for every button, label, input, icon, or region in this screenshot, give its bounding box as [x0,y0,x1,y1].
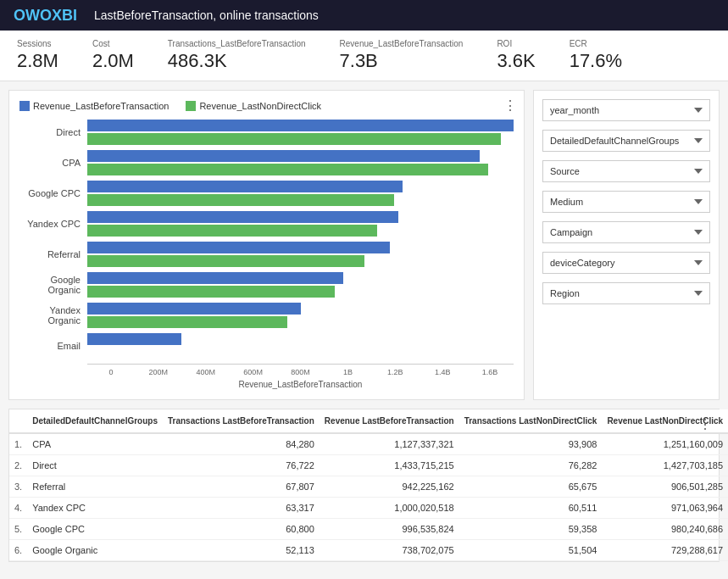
cell-trans-last: 84,280 [163,433,320,455]
bar-blue-google-cpc [87,181,403,192]
table-row: 6. Google Organic 52,113 738,702,075 51,… [9,540,728,561]
table-row: 5. Google CPC 60,800 996,535,824 59,358 … [9,519,728,540]
table-row: 3. Referral 67,807 942,225,162 65,675 90… [9,476,728,498]
kpi-row: Sessions 2.8M Cost 2.0M Transactions_Las… [0,31,728,81]
chart-label-google-organic: Google Organic [19,275,87,295]
chart-bars-cpa [87,150,514,175]
bar-green-google-organic [87,286,335,298]
cell-channel: Yandex CPC [27,498,163,519]
chart-bars-yandex-cpc [87,211,514,237]
bar-blue-email [87,333,181,345]
table-row: 2. Direct 76,722 1,433,715,215 76,282 1,… [9,455,728,476]
cell-rev-non: 971,063,964 [602,498,728,519]
bar-green-google-cpc [87,194,394,206]
x-tick-600m: 600M [230,368,277,376]
kpi-cost: Cost 2.0M [92,39,134,72]
chart-bars-email [87,333,514,359]
cell-trans-non: 51,504 [459,540,603,561]
filter-device-category[interactable]: deviceCategory [542,252,710,274]
chart-label-yandex-organic: Yandex Organic [19,305,87,326]
kpi-cost-value: 2.0M [92,50,134,72]
cell-num: 3. [9,476,27,498]
chart-bars-yandex-organic [87,303,514,328]
chart-bars-referral [87,242,514,267]
th-trans-non[interactable]: Transactions LastNonDirectClick [459,409,603,433]
chart-row-yandex-organic: Yandex Organic [19,303,514,328]
x-axis-label: Revenue_LastBeforeTransaction [87,380,514,389]
table-menu-icon[interactable]: ⋮ [698,416,712,432]
legend-green-dot [186,101,196,111]
bar-green-referral [87,255,364,267]
table-row: 4. Yandex CPC 63,317 1,000,020,518 60,51… [9,498,728,519]
bar-green-cpa [87,164,488,175]
kpi-transactions-label: Transactions_LastBeforeTransaction [168,39,306,48]
chart-bars-google-organic [87,272,514,298]
app-logo: OWOXBI [14,7,77,25]
kpi-transactions-value: 486.3K [168,50,306,72]
chart-bars-google-cpc [87,181,514,206]
cell-num: 5. [9,519,27,540]
app-header: OWOXBI LastBeforeTransaction, online tra… [0,0,728,31]
cell-rev-last: 1,000,020,518 [320,498,459,519]
bar-chart: Direct CPA Google CPC [19,120,514,389]
th-trans-last[interactable]: Transactions LastBeforeTransaction [163,409,320,433]
main-content: ⋮ Revenue_LastBeforeTransaction Revenue_… [0,81,728,409]
chart-bars-direct [87,120,514,145]
filter-region[interactable]: Region [542,282,710,304]
cell-rev-last: 1,433,715,215 [320,455,459,476]
cell-num: 4. [9,498,27,519]
kpi-roi-value: 3.6K [497,50,535,72]
chart-panel: ⋮ Revenue_LastBeforeTransaction Revenue_… [8,90,525,400]
cell-rev-last: 1,127,337,321 [320,433,459,455]
chart-menu-icon[interactable]: ⋮ [503,97,517,114]
cell-channel: Direct [27,455,163,476]
cell-rev-last: 738,702,075 [320,540,459,561]
kpi-transactions: Transactions_LastBeforeTransaction 486.3… [168,39,306,72]
cell-rev-non: 1,251,160,009 [602,433,728,455]
cell-trans-non: 93,908 [459,433,603,455]
kpi-cost-label: Cost [92,39,134,48]
kpi-roi: ROI 3.6K [497,39,535,72]
th-rev-last[interactable]: Revenue LastBeforeTransaction [320,409,459,433]
legend-blue: Revenue_LastBeforeTransaction [19,101,169,111]
x-tick-400m: 400M [182,368,230,376]
cell-channel: Google CPC [27,519,163,540]
chart-label-referral: Referral [19,249,87,259]
chart-row-referral: Referral [19,242,514,267]
table-header-row: DetailedDefaultChannelGroups Transaction… [9,409,728,433]
bar-blue-direct [87,120,514,131]
cell-trans-last: 60,800 [163,519,320,540]
filter-year-month[interactable]: year_month [542,99,710,121]
cell-channel: Referral [27,476,163,498]
chart-row-email: Email [19,333,514,359]
chart-label-google-cpc: Google CPC [19,188,87,198]
filter-channel-groups[interactable]: DetailedDefaultChannelGroups [542,130,710,152]
x-axis: 0 200M 400M 600M 800M 1B 1.2B 1.4B 1.6B [87,364,514,376]
cell-trans-last: 67,807 [163,476,320,498]
cell-trans-non: 65,675 [459,476,603,498]
chart-row-yandex-cpc: Yandex CPC [19,211,514,237]
filter-medium[interactable]: Medium [542,191,710,213]
bar-blue-referral [87,242,390,253]
th-channel[interactable]: DetailedDefaultChannelGroups [27,409,163,433]
filter-source[interactable]: Source [542,160,710,182]
legend-green: Revenue_LastNonDirectClick [186,101,321,111]
chart-label-yandex-cpc: Yandex CPC [19,219,87,229]
x-tick-1-4b: 1.4B [419,368,466,376]
bar-blue-yandex-cpc [87,211,398,223]
kpi-ecr: ECR 17.6% [570,39,622,72]
table-row: 1. CPA 84,280 1,127,337,321 93,908 1,251… [9,433,728,455]
cell-channel: Google Organic [27,540,163,561]
chart-label-cpa: CPA [19,158,87,168]
filter-campaign[interactable]: Campaign [542,221,710,243]
x-tick-1-2b: 1.2B [371,368,419,376]
bar-green-yandex-cpc [87,225,377,237]
cell-trans-non: 59,358 [459,519,603,540]
cell-num: 2. [9,455,27,476]
cell-trans-last: 52,113 [163,540,320,561]
chart-row-google-cpc: Google CPC [19,181,514,206]
logo-owox: OWOX [14,7,62,24]
filter-panel: year_month DetailedDefaultChannelGroups … [533,90,720,400]
chart-label-email: Email [19,341,87,351]
x-tick-200m: 200M [135,368,182,376]
